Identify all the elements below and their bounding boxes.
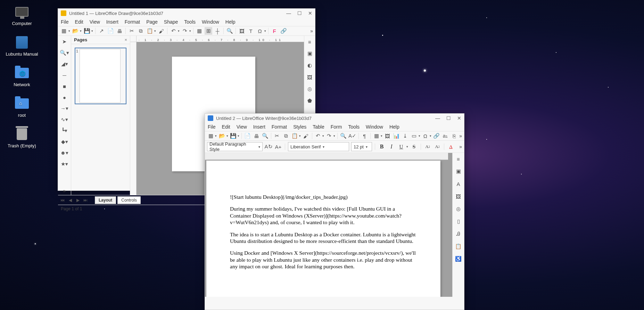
navigator-icon[interactable]: ◎	[306, 85, 314, 93]
menu-view[interactable]: View	[237, 124, 247, 130]
style-inspector-icon[interactable]: Ꭿ	[455, 230, 462, 238]
export-pdf-icon[interactable]: 📄	[107, 27, 114, 35]
toolbar-overflow-icon[interactable]: »	[459, 144, 462, 149]
paragraph[interactable]: ![Start lubuntu Desktop](/img/docker_tip…	[230, 194, 417, 200]
bold-button[interactable]: B	[378, 143, 386, 150]
tab-controls[interactable]: Controls	[117, 196, 141, 204]
paragraph-style-combo[interactable]: Default Paragraph Style ▾	[207, 142, 263, 151]
accessibility-icon[interactable]: ♿	[455, 255, 462, 263]
prev-page-icon[interactable]: ◀	[67, 198, 73, 203]
sidebar-menu-icon[interactable]: ≡	[306, 38, 314, 46]
zoom-tool-icon[interactable]: 🔍▾	[60, 49, 69, 57]
styles-icon[interactable]: ◐	[306, 62, 314, 69]
fontwork-icon[interactable]: F	[271, 27, 278, 35]
save-icon[interactable]: 💾	[83, 27, 91, 35]
guides-icon[interactable]: ┼	[214, 27, 221, 35]
paste-icon[interactable]: 📋	[146, 27, 154, 35]
clone-format-icon[interactable]: 🖌	[157, 27, 165, 35]
export-icon[interactable]: ↗	[98, 27, 105, 35]
menu-file[interactable]: File	[61, 19, 69, 25]
snap-icon[interactable]: ⊞	[205, 27, 212, 35]
properties-icon[interactable]: ▣	[306, 50, 314, 57]
minimize-button[interactable]: —	[286, 10, 291, 16]
update-style-icon[interactable]: A↻	[265, 143, 272, 150]
cut-icon[interactable]: ✂	[273, 132, 281, 140]
line-tool-icon[interactable]: ─	[60, 71, 69, 79]
menu-styles[interactable]: Styles	[293, 124, 306, 130]
field-icon[interactable]: ▭	[410, 132, 418, 140]
print-icon[interactable]: 🖶	[253, 132, 260, 140]
cut-icon[interactable]: ✂	[128, 27, 135, 35]
maximize-button[interactable]: ☐	[297, 10, 302, 16]
curve-tool-icon[interactable]: ∿▾	[60, 116, 69, 123]
menu-tools[interactable]: Tools	[348, 124, 360, 130]
hyperlink-icon[interactable]: 🔗	[280, 27, 287, 35]
sidebar-menu-icon[interactable]: ≡	[455, 155, 462, 163]
manage-changes-icon[interactable]: 📋	[455, 243, 462, 250]
document-page[interactable]: ![Start lubuntu Desktop](/img/docker_tip…	[206, 161, 440, 297]
bookmark-icon[interactable]: ⎘	[451, 132, 458, 140]
undo-icon[interactable]: ↶	[170, 27, 177, 35]
page-break-icon[interactable]: ⤓	[402, 132, 409, 140]
hyperlink-icon[interactable]: 🔗	[433, 132, 440, 140]
symbol-shapes-icon[interactable]: ☻▾	[60, 149, 69, 157]
export-pdf-icon[interactable]: 📄	[244, 132, 251, 140]
menu-insert[interactable]: Insert	[253, 124, 265, 130]
minimize-button[interactable]: —	[435, 115, 440, 121]
menu-page[interactable]: Page	[146, 19, 158, 25]
font-size-combo[interactable]: 12 pt ▾	[351, 142, 372, 151]
properties-icon[interactable]: ▣	[455, 168, 462, 175]
stars-icon[interactable]: ★▾	[60, 160, 69, 168]
shapes-icon[interactable]: ⬟	[306, 97, 314, 105]
document-canvas[interactable]: ![Start lubuntu Desktop](/img/docker_tip…	[205, 153, 452, 297]
paragraph[interactable]: During my summer holidays, I've watched …	[230, 205, 417, 226]
desktop-icon-trash[interactable]: Trash (Empty)	[3, 127, 41, 148]
underline-button[interactable]: U	[397, 143, 405, 150]
menu-shape[interactable]: Shape	[164, 19, 178, 25]
open-icon[interactable]: 📂	[218, 132, 225, 140]
menu-file[interactable]: File	[208, 124, 216, 130]
select-tool-icon[interactable]: ➤	[60, 38, 69, 46]
page-icon[interactable]: ▯	[455, 218, 462, 225]
menu-window[interactable]: Window	[366, 124, 383, 130]
close-button[interactable]: ✕	[308, 10, 312, 16]
toolbar-overflow-icon[interactable]: »	[459, 133, 462, 139]
close-panel-icon[interactable]: ×	[124, 37, 127, 42]
strikethrough-button[interactable]: S	[410, 143, 418, 150]
new-icon[interactable]: ▦	[207, 132, 214, 140]
clone-format-icon[interactable]: 🖌	[302, 132, 309, 140]
spellcheck-icon[interactable]: A✓	[349, 132, 356, 140]
rect-tool-icon[interactable]: ■	[60, 82, 69, 90]
tab-layout[interactable]: Layout	[95, 196, 116, 204]
arrow-tool-icon[interactable]: →▾	[60, 105, 69, 112]
menu-window[interactable]: Window	[202, 19, 219, 25]
special-char-icon[interactable]: Ω	[422, 132, 429, 140]
undo-icon[interactable]: ↶	[314, 132, 322, 140]
desktop-icon-computer[interactable]: Computer	[3, 4, 41, 26]
copy-icon[interactable]: ⧉	[282, 132, 289, 140]
formatting-marks-icon[interactable]: ¶	[361, 132, 368, 140]
toolbar-overflow-icon[interactable]: »	[63, 188, 66, 194]
subscript-button[interactable]: A2	[434, 143, 441, 150]
menu-edit[interactable]: Edit	[75, 19, 83, 25]
desktop-icon-manual[interactable]: Lubuntu Manual	[3, 35, 41, 57]
ellipse-tool-icon[interactable]: ●	[60, 93, 69, 101]
next-page-icon[interactable]: ▶	[75, 198, 81, 203]
copy-icon[interactable]: ⧉	[137, 27, 145, 35]
desktop-icon-root[interactable]: ⌂ root	[3, 96, 41, 118]
redo-icon[interactable]: ↷	[181, 27, 189, 35]
chart-icon[interactable]: 📊	[393, 132, 400, 140]
paragraph[interactable]: Using Docker and [Windows X Server](http…	[230, 250, 417, 270]
gallery-icon[interactable]: 🖼	[306, 73, 314, 81]
footnote-icon[interactable]: a₁	[441, 132, 449, 140]
connector-tool-icon[interactable]: ┗▾	[60, 127, 69, 134]
fill-color-icon[interactable]: ◢▾	[60, 60, 69, 68]
save-icon[interactable]: 💾	[230, 132, 237, 140]
styles-icon[interactable]: A	[455, 180, 462, 188]
new-style-icon[interactable]: A+	[274, 143, 282, 150]
titlebar[interactable]: Untitled 1 — LibreOffice Draw@9ce36e1b03…	[58, 9, 315, 18]
last-page-icon[interactable]: ⏭	[82, 198, 89, 203]
new-icon[interactable]: ▦	[60, 27, 68, 35]
navigator-icon[interactable]: ◎	[455, 205, 462, 213]
titlebar[interactable]: Untitled 2 — LibreOffice Writer@9ce36e1b…	[205, 114, 464, 123]
